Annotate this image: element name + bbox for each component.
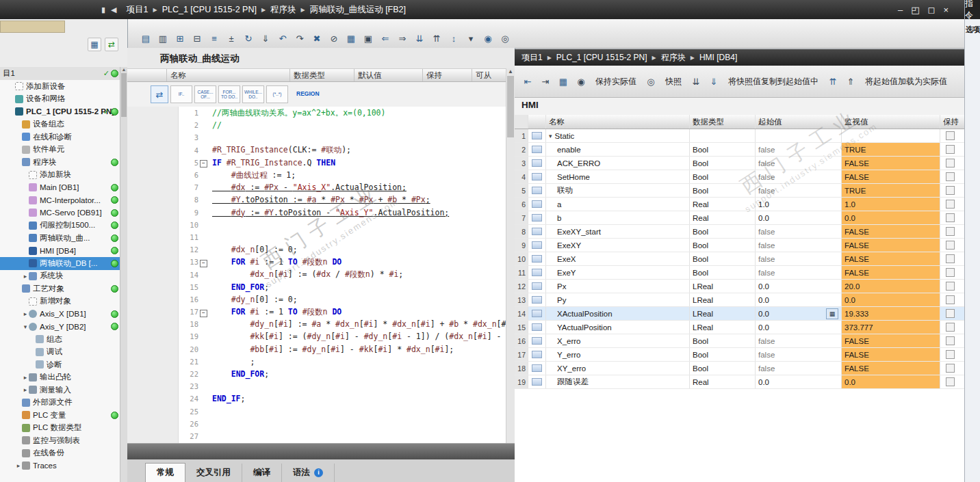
column-header[interactable]: 名称 xyxy=(546,115,690,129)
tree-item[interactable]: 设备组态 xyxy=(0,118,120,131)
reset-start-values-icon[interactable]: ▦ xyxy=(556,74,571,89)
retain-checkbox[interactable] xyxy=(946,145,955,154)
start-value-cell[interactable]: false xyxy=(756,362,842,375)
refresh-icon[interactable]: ↻ xyxy=(241,31,256,46)
var-name-cell[interactable]: a xyxy=(546,198,690,211)
tree-root-row[interactable]: 目1 ✓ xyxy=(0,67,120,81)
collapse-left-panel-icon[interactable]: ◀ xyxy=(111,5,116,14)
data-type-cell[interactable]: Bool xyxy=(690,252,756,265)
data-type-cell[interactable]: Bool xyxy=(690,143,756,156)
collapse-all-icon[interactable]: ⇈ xyxy=(429,31,444,46)
sync-online-icon[interactable]: ⇄ xyxy=(105,38,118,51)
var-name-cell[interactable]: ExeXY xyxy=(546,239,690,252)
retain-checkbox[interactable] xyxy=(946,364,955,373)
data-type-cell[interactable]: Bool xyxy=(690,157,756,170)
start-value-cell[interactable]: 0.0 xyxy=(756,293,842,306)
format-icon[interactable]: ≡ xyxy=(207,31,222,46)
tree-item[interactable]: 在线和诊断 xyxy=(0,131,120,144)
db-table-row[interactable]: 12PxLReal0.020.0 xyxy=(515,280,965,293)
db-table-row[interactable]: 2enableBoolfalseTRUE xyxy=(515,143,965,157)
tree-item[interactable]: MC-Interpolator... xyxy=(0,194,120,207)
expander-icon[interactable]: ▸ xyxy=(22,374,29,381)
snapshot-button[interactable]: 快照 xyxy=(661,74,686,90)
var-name-cell[interactable]: XY_erro xyxy=(546,362,690,375)
retain-checkbox[interactable] xyxy=(946,309,955,318)
network-view-icon[interactable]: ▦ xyxy=(344,31,359,46)
breadcrumb-item[interactable]: 项目1 xyxy=(521,52,543,64)
retain-checkbox[interactable] xyxy=(946,295,955,304)
settings-icon[interactable]: ◎ xyxy=(498,31,513,46)
column-header[interactable]: 起始值 xyxy=(756,115,842,129)
tree-item[interactable]: PLC_1 [CPU 1515-2 PN]✓ xyxy=(0,105,120,118)
tree-item[interactable]: ▸输出凸轮 xyxy=(0,371,120,384)
no-connection-icon[interactable]: ⊘ xyxy=(326,31,341,46)
minimize-button[interactable]: – xyxy=(898,5,903,15)
column-header[interactable]: 保持 xyxy=(423,69,472,81)
tree-item[interactable]: 在线备份 xyxy=(0,447,120,460)
tree-item[interactable]: 外部源文件 xyxy=(0,397,120,410)
column-header[interactable]: 默认值 xyxy=(354,69,423,81)
tab-compile[interactable]: 编译 xyxy=(242,464,282,482)
load-start-icon[interactable]: ⇈ xyxy=(825,74,840,89)
tree-item[interactable]: PLC 变量 xyxy=(0,409,120,422)
code-area[interactable]: 1//两轴曲线联动关系。y=ax^2+bx。x=(0,100)2//34#R_T… xyxy=(127,107,506,443)
var-name-cell[interactable]: ExeXY_start xyxy=(546,225,690,238)
fold-toggle-icon[interactable]: − xyxy=(198,157,209,168)
column-header[interactable]: 名称 xyxy=(167,69,290,81)
open-project-icon[interactable]: ▤ xyxy=(138,31,153,46)
tree-item[interactable]: 诊断 xyxy=(0,358,120,371)
start-value-cell[interactable]: false xyxy=(756,252,842,265)
monitor-toggle-icon[interactable]: ◉ xyxy=(480,31,495,46)
insert-row-icon[interactable]: ⇤ xyxy=(520,74,535,89)
retain-checkbox[interactable] xyxy=(946,323,955,332)
data-type-cell[interactable]: LReal xyxy=(690,280,756,293)
start-value-cell[interactable]: false xyxy=(756,225,842,238)
start-value-cell[interactable]: false xyxy=(756,184,842,197)
instructions-tab[interactable]: 指令 xyxy=(965,0,980,19)
close-button[interactable]: × xyxy=(943,5,949,15)
copy-snapshot-to-start-button[interactable]: 将快照值复制到起始值中 xyxy=(724,74,823,90)
tree-item[interactable]: ▸Traces xyxy=(0,459,120,472)
tree-item[interactable]: ▸测量输入 xyxy=(0,384,120,397)
start-value-cell[interactable]: false xyxy=(756,334,842,347)
db-table-row[interactable]: 3ACK_ERROBoolfalseFALSE xyxy=(515,157,965,170)
inspector-splitter[interactable] xyxy=(127,443,515,460)
tree-item[interactable]: 伺服控制1500... xyxy=(0,219,120,232)
sort-icon[interactable]: ↕ xyxy=(446,31,461,46)
data-type-cell[interactable]: Bool xyxy=(690,239,756,252)
var-name-cell[interactable]: ExeY xyxy=(546,266,690,279)
retain-checkbox[interactable] xyxy=(946,131,955,140)
var-name-cell[interactable]: ▾Static xyxy=(546,129,690,142)
data-type-cell[interactable]: LReal xyxy=(690,307,756,320)
breadcrumb-item[interactable]: 项目1 xyxy=(127,4,149,16)
expander-icon[interactable]: ▸ xyxy=(22,386,29,393)
retain-checkbox[interactable] xyxy=(946,282,955,291)
var-name-cell[interactable]: ACK_ERRO xyxy=(546,157,690,170)
undo-icon[interactable]: ↶ xyxy=(275,31,290,46)
portal-selector-box[interactable] xyxy=(0,21,65,33)
var-name-cell[interactable]: enable xyxy=(546,143,690,156)
scroll-up-icon[interactable]: ▲ xyxy=(122,67,127,72)
retain-checkbox[interactable] xyxy=(946,268,955,277)
retain-checkbox[interactable] xyxy=(946,172,955,181)
retain-checkbox[interactable] xyxy=(946,213,955,222)
start-value-cell[interactable]: false xyxy=(756,348,842,361)
filter-icon[interactable]: ▾ xyxy=(463,31,478,46)
start-value-cell[interactable]: false xyxy=(756,239,842,252)
retain-checkbox[interactable] xyxy=(946,377,955,386)
tree-item[interactable]: HMI [DB4] xyxy=(0,245,120,258)
expander-icon[interactable]: ▸ xyxy=(22,273,29,280)
tree-item[interactable]: 新增对象 xyxy=(0,295,120,308)
snippet-for-to-do-button[interactable]: FOR... TO DO.. xyxy=(218,85,240,103)
retain-checkbox[interactable] xyxy=(946,241,955,250)
breadcrumb-item[interactable]: 两轴联动_曲线运动 [FB2] xyxy=(310,4,406,16)
retain-checkbox[interactable] xyxy=(946,159,955,168)
db-table-row[interactable]: 5联动BoolfalseTRUE xyxy=(515,184,965,198)
download-icon[interactable]: ⇓ xyxy=(258,31,273,46)
start-value-cell[interactable] xyxy=(756,129,842,142)
column-header[interactable]: 可从 xyxy=(472,69,506,81)
start-value-cell[interactable]: false xyxy=(756,170,842,183)
db-table-row[interactable]: 18XY_erroBoolfalseFALSE xyxy=(515,362,965,375)
db-table-row[interactable]: 1▾Static xyxy=(515,129,965,143)
var-name-cell[interactable]: Px xyxy=(546,280,690,293)
